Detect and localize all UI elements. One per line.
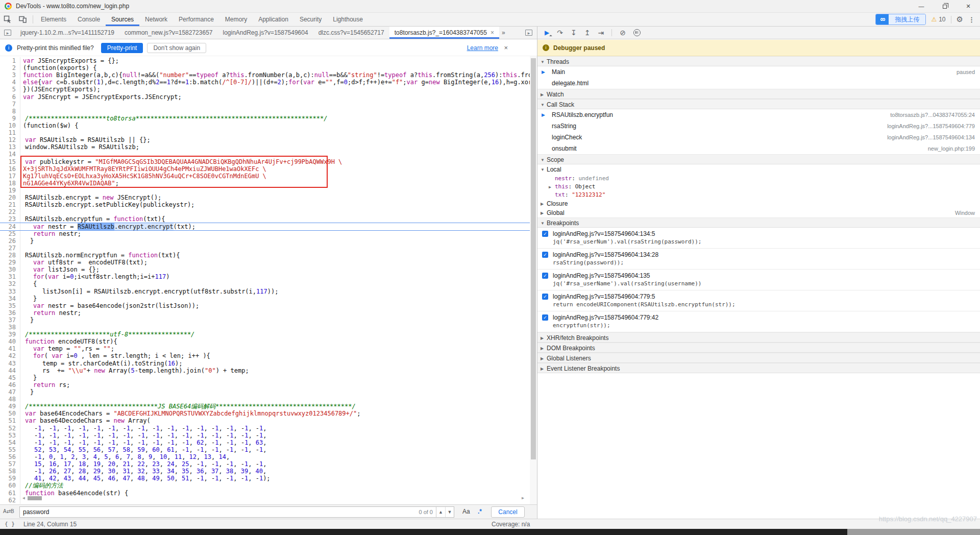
code-line[interactable]: 43temp = str.charCodeAt(i).toString(16); xyxy=(0,360,530,367)
panel-tab-performance[interactable]: Performance xyxy=(173,13,219,26)
line-number[interactable]: 46 xyxy=(0,381,20,388)
section-header-event-listener-breakpoints[interactable]: ▶Event Listener Breakpoints xyxy=(537,363,980,373)
code-line[interactable]: 52-1, -1, -1, -1, -1, -1, -1, -1, -1, -1… xyxy=(0,425,530,432)
line-number[interactable]: 54 xyxy=(0,439,20,446)
code-line[interactable]: 3function BigInteger(a,b,c){null!=a&&("n… xyxy=(0,71,530,79)
more-tabs-button[interactable]: » xyxy=(499,27,508,39)
code-line[interactable]: 5})(JSEncryptExports); xyxy=(0,86,530,93)
code-line[interactable]: 30var listJson = {}; xyxy=(0,266,530,273)
code-line[interactable]: 38 xyxy=(0,324,530,331)
toggle-debugger-sidebar-button[interactable]: ▶ xyxy=(525,27,537,39)
line-number[interactable]: 11 xyxy=(0,129,20,136)
line-number[interactable]: 5 xyxy=(0,86,20,93)
line-number[interactable]: 7 xyxy=(0,101,20,108)
line-number[interactable]: 10 xyxy=(0,122,20,129)
scope-variable[interactable]: ▶this: Object xyxy=(537,183,980,191)
line-number[interactable]: 28 xyxy=(0,252,20,259)
breakpoint-checkbox[interactable]: ✓ xyxy=(542,273,548,279)
code-line[interactable]: 8 xyxy=(0,108,530,115)
code-line[interactable]: 41var temp = "",rs = ""; xyxy=(0,345,530,352)
replace-toggle-icon[interactable]: A⇄B xyxy=(3,508,14,514)
breakpoint-item[interactable]: ✓loginAndReg.js?v=1587549604:134:28rsaSt… xyxy=(537,249,980,270)
panel-tab-network[interactable]: Network xyxy=(139,13,173,26)
line-number[interactable]: 17 xyxy=(0,173,20,180)
line-number[interactable]: 14 xyxy=(0,151,20,158)
step-out-button[interactable]: ↥ xyxy=(584,29,591,36)
code-line[interactable]: 2(function(exports) { xyxy=(0,64,530,71)
breakpoint-checkbox[interactable]: ✓ xyxy=(542,314,548,321)
dont-show-again-button[interactable]: Don't show again xyxy=(147,43,206,53)
infobar-close-icon[interactable]: × xyxy=(504,44,508,52)
breakpoint-item[interactable]: ✓loginAndReg.js?v=1587549604:134:5jq('#r… xyxy=(537,228,980,249)
format-braces-icon[interactable]: { } xyxy=(5,521,15,527)
code-line[interactable]: 39/**********************utf-8**********… xyxy=(0,331,530,338)
section-header-xhr-fetch-breakpoints[interactable]: ▶XHR/fetch Breakpoints xyxy=(537,332,980,343)
step-into-button[interactable]: ↧ xyxy=(571,29,577,36)
code-line[interactable]: 15var publickeystr = "MIGfMA0GCSqGSIb3DQ… xyxy=(0,158,530,165)
panel-tab-application[interactable]: Application xyxy=(253,13,294,26)
call-stack-section-header[interactable]: ▼Call Stack xyxy=(537,99,980,109)
code-line[interactable]: 22 xyxy=(0,208,530,215)
panel-tab-console[interactable]: Console xyxy=(72,13,106,26)
line-number[interactable]: 29 xyxy=(0,259,20,266)
code-line[interactable]: 11 xyxy=(0,129,530,136)
file-tab[interactable]: loginAndReg.js?v=1587549604 xyxy=(217,27,313,39)
file-tab[interactable]: dlzc.css?v=1545652717 xyxy=(313,27,389,39)
line-number[interactable]: 38 xyxy=(0,324,20,331)
scope-variable[interactable]: txt: "12312312" xyxy=(537,191,980,199)
line-number[interactable]: 16 xyxy=(0,165,20,173)
code-line[interactable]: 33listJson[i] = RSAUtilszb.encrypt.encry… xyxy=(0,288,530,295)
hscroll-right-arrow[interactable]: ▶ xyxy=(522,496,524,500)
line-number[interactable]: 22 xyxy=(0,208,20,215)
line-number[interactable]: 19 xyxy=(0,187,20,194)
code-line[interactable]: 5941, 42, 43, 44, 45, 46, 47, 48, 49, 50… xyxy=(0,475,530,482)
code-line[interactable]: 62 xyxy=(0,497,530,504)
thread-item[interactable]: delegate.html xyxy=(537,78,980,89)
line-number[interactable]: 53 xyxy=(0,432,20,439)
code-line[interactable]: 50var base64EncodeChars = "ABCDEFGHIJKLM… xyxy=(0,410,530,417)
code-line[interactable]: 7 xyxy=(0,101,530,108)
line-number[interactable]: 61 xyxy=(0,490,20,497)
code-line[interactable]: 14 xyxy=(0,151,530,158)
line-number[interactable]: 50 xyxy=(0,410,20,417)
line-number[interactable]: 12 xyxy=(0,136,20,143)
line-number[interactable]: 24 xyxy=(0,223,20,230)
code-line[interactable]: 13window.RSAUtilszb = RSAUtilszb; xyxy=(0,143,530,151)
code-line[interactable]: 12var RSAUtilszb = RSAUtilszb || {}; xyxy=(0,136,530,143)
code-line[interactable]: 5552, 53, 54, 55, 56, 57, 58, 59, 60, 61… xyxy=(0,446,530,453)
line-number[interactable]: 56 xyxy=(0,453,20,460)
line-number[interactable]: 3 xyxy=(0,71,20,79)
line-number[interactable]: 1 xyxy=(0,57,20,64)
code-line[interactable]: 21RSAUtilszb.encrypt.setPublicKey(public… xyxy=(0,201,530,208)
line-number[interactable]: 60 xyxy=(0,482,20,489)
line-number[interactable]: 42 xyxy=(0,352,20,359)
code-line[interactable]: 9/*********************to8torsa*********… xyxy=(0,115,530,122)
drag-upload-extension-button[interactable]: 8 拖拽上传 xyxy=(875,14,926,25)
line-number[interactable]: 27 xyxy=(0,245,20,252)
pause-on-exceptions-button[interactable] xyxy=(633,29,641,36)
match-case-button[interactable]: Aa xyxy=(462,508,470,515)
line-number[interactable]: 21 xyxy=(0,201,20,208)
panel-tab-memory[interactable]: Memory xyxy=(219,13,253,26)
code-line[interactable]: 46return rs; xyxy=(0,381,530,388)
file-tab[interactable]: common_new.js?v=1582723657 xyxy=(119,27,217,39)
close-tab-icon[interactable]: × xyxy=(491,29,494,36)
code-line[interactable]: 53-1, -1, -1, -1, -1, -1, -1, -1, -1, -1… xyxy=(0,432,530,439)
line-number[interactable]: 36 xyxy=(0,309,20,317)
line-number[interactable]: 25 xyxy=(0,230,20,237)
code-line[interactable]: 54-1, -1, -1, -1, -1, -1, -1, -1, -1, -1… xyxy=(0,439,530,446)
code-line[interactable]: 61function base64encode(str) { xyxy=(0,490,530,497)
line-number[interactable]: 39 xyxy=(0,331,20,338)
scope-closure-row[interactable]: ▶Closure xyxy=(537,199,980,208)
code-line[interactable]: 37} xyxy=(0,317,530,324)
vertical-scrollbar-thumb[interactable] xyxy=(531,58,536,459)
line-number[interactable]: 57 xyxy=(0,460,20,468)
code-line[interactable]: 19 xyxy=(0,187,530,194)
line-number[interactable]: 8 xyxy=(0,108,20,115)
code-line[interactable]: 28RSAUtilszb.normEncryptfun = function(t… xyxy=(0,252,530,259)
scope-variable[interactable]: nestr: undefined xyxy=(537,175,980,183)
line-number[interactable]: 48 xyxy=(0,396,20,403)
thread-item[interactable]: ▶Mainpaused xyxy=(537,66,980,78)
code-line[interactable]: 1var JSEncryptExports = {}; xyxy=(0,57,530,64)
line-number[interactable]: 4 xyxy=(0,79,20,86)
